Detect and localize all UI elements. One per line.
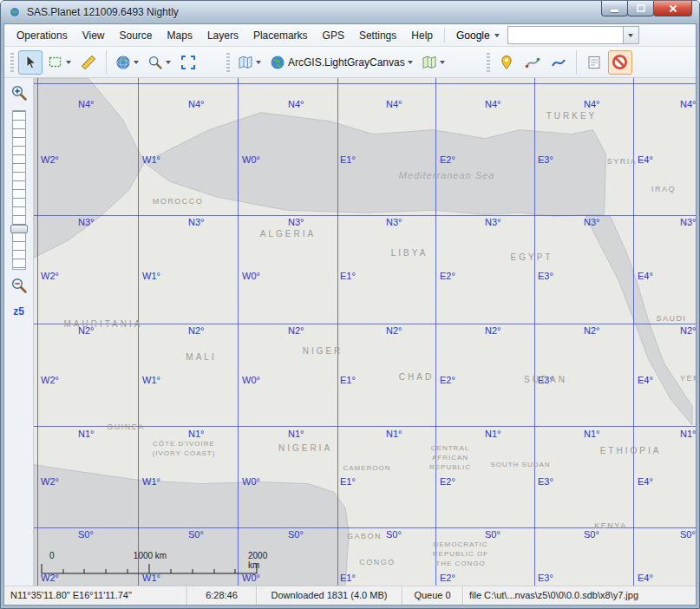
- grid-longitude-label: W0°: [242, 375, 260, 385]
- grid-longitude-label: E1°: [340, 476, 356, 487]
- grid-latitude-label: S0°: [188, 529, 204, 540]
- search-engine-label: Google: [456, 29, 490, 42]
- add-polygon-button[interactable]: [546, 50, 571, 75]
- country-label: NIGER: [303, 345, 343, 357]
- close-button[interactable]: [653, 1, 692, 16]
- content-area: z5 N4°N4°N4°N4°N4°N4°N4°N3°N3°N3°N3°N3°N…: [4, 78, 696, 586]
- placemark-manager-button[interactable]: [582, 50, 606, 75]
- cursor-tool-button[interactable]: [18, 50, 43, 75]
- earth-icon: [270, 55, 285, 70]
- toolbar-grip[interactable]: [10, 53, 14, 72]
- grid-longitude-label: E3°: [538, 573, 553, 583]
- offline-mode-button[interactable]: [608, 50, 632, 75]
- maps-dropdown-button[interactable]: [234, 50, 265, 75]
- zoom-tool-button[interactable]: [144, 50, 174, 75]
- zoom-slider-handle[interactable]: [10, 225, 28, 233]
- fullscreen-icon: [180, 55, 196, 70]
- grid-longitude-label: W1°: [142, 154, 160, 165]
- grid-longitude-label: E4°: [638, 154, 653, 165]
- zoom-in-icon: [10, 84, 28, 102]
- search-engine-button[interactable]: Google: [449, 27, 507, 44]
- country-label: CAMEROON: [343, 464, 390, 474]
- grid-latitude-label: N2°: [288, 325, 304, 336]
- grid-latitude-label: N2°: [485, 325, 500, 336]
- chevron-down-icon: [134, 61, 139, 64]
- measure-tool-button[interactable]: [76, 50, 101, 75]
- menu-maps[interactable]: Maps: [160, 27, 200, 44]
- toolbar-grip[interactable]: [226, 53, 230, 72]
- zoom-out-button[interactable]: [7, 273, 31, 298]
- grid-line-vertical: [238, 78, 239, 586]
- chevron-down-icon: [408, 61, 413, 64]
- zoom-slider[interactable]: [12, 110, 26, 270]
- country-label: TURKEY: [546, 110, 598, 122]
- grid-latitude-label: N1°: [78, 429, 94, 439]
- country-label: SUDAN: [524, 374, 567, 386]
- menu-source[interactable]: Source: [113, 27, 160, 44]
- menu-settings[interactable]: Settings: [352, 27, 403, 44]
- grid-latitude-label: N2°: [188, 325, 204, 336]
- menu-help[interactable]: Help: [404, 27, 440, 44]
- layers-map-icon: [422, 55, 437, 70]
- grid-longitude-label: W2°: [41, 375, 59, 385]
- menu-layers[interactable]: Layers: [200, 27, 245, 44]
- basemap-select-button[interactable]: ArcGIS.LightGrayCanvas: [266, 50, 416, 75]
- add-placemark-button[interactable]: [494, 50, 519, 75]
- app-logo-icon: [8, 5, 22, 19]
- cursor-icon: [23, 55, 38, 70]
- toolbar-grip[interactable]: [487, 53, 490, 72]
- search-combobox[interactable]: [507, 26, 639, 44]
- maximize-icon: [637, 4, 645, 12]
- blue-path-icon: [551, 55, 566, 70]
- grid-latitude-label: N4°: [386, 99, 402, 109]
- grid-latitude-label: N1°: [288, 429, 304, 439]
- maximize-button[interactable]: [627, 1, 654, 16]
- fullscreen-button[interactable]: [176, 50, 200, 75]
- menu-gps[interactable]: GPS: [316, 27, 351, 44]
- zoom-in-button[interactable]: [7, 81, 31, 105]
- grid-latitude-label: S0°: [680, 529, 696, 540]
- combo-dropdown-button[interactable]: [623, 27, 638, 43]
- grid-latitude-label: N1°: [386, 429, 402, 439]
- country-label: ALGERIA: [260, 228, 316, 240]
- country-label: CONGO: [359, 557, 396, 567]
- grid-longitude-label: E3°: [538, 476, 553, 487]
- grid-longitude-label: W0°: [242, 476, 260, 487]
- status-cache-file: file C:\ut\...nvas\z5\0\0\0.0.sdb\x8\y7.…: [462, 586, 696, 605]
- grid-latitude-label: N3°: [485, 217, 500, 227]
- grid-longitude-label: E2°: [440, 154, 455, 165]
- country-label: GUINEA: [107, 422, 145, 432]
- menu-view[interactable]: View: [75, 27, 112, 44]
- titlebar[interactable]: SAS.Planet 121009.6493 Nightly: [1, 1, 699, 23]
- grid-longitude-label: E1°: [340, 271, 356, 281]
- list-icon: [586, 55, 602, 70]
- layers-dropdown-button[interactable]: [418, 50, 448, 75]
- grid-latitude-label: N1°: [188, 429, 204, 439]
- map-canvas[interactable]: N4°N4°N4°N4°N4°N4°N4°N3°N3°N3°N3°N3°N3°N…: [34, 78, 696, 586]
- scalebar-ruler: [41, 563, 259, 575]
- magnifier-icon: [147, 55, 163, 70]
- grid-latitude-label: N4°: [584, 99, 599, 109]
- grid-longitude-label: E1°: [340, 375, 356, 385]
- basemap-name-label: ArcGIS.LightGrayCanvas: [288, 56, 405, 69]
- minimize-button[interactable]: [601, 1, 628, 16]
- add-path-button[interactable]: [520, 50, 545, 75]
- menu-placemarks[interactable]: Placemarks: [246, 27, 315, 44]
- grid-latitude-label: N1°: [680, 429, 696, 439]
- toolbar-separator: [106, 50, 107, 74]
- grid-latitude-label: N3°: [584, 217, 599, 227]
- grid-latitude-label: N3°: [288, 217, 304, 227]
- country-label: SOUTH SUDAN: [490, 461, 550, 470]
- grid-longitude-label: E4°: [638, 375, 653, 385]
- goto-place-button[interactable]: [112, 50, 142, 75]
- grid-latitude-label: N2°: [680, 325, 696, 336]
- selection-manager-button[interactable]: [44, 50, 75, 75]
- grid-longitude-label: E2°: [440, 375, 455, 385]
- grid-line-vertical: [435, 78, 436, 586]
- globe-icon: [115, 55, 131, 70]
- zoom-out-icon: [10, 277, 28, 294]
- grid-longitude-label: E2°: [440, 271, 455, 281]
- menu-operations[interactable]: Operations: [10, 27, 75, 44]
- app-window: SAS.Planet 121009.6493 Nightly Operation…: [0, 0, 700, 609]
- scalebar: 0 1000 km 2000 km: [41, 551, 259, 577]
